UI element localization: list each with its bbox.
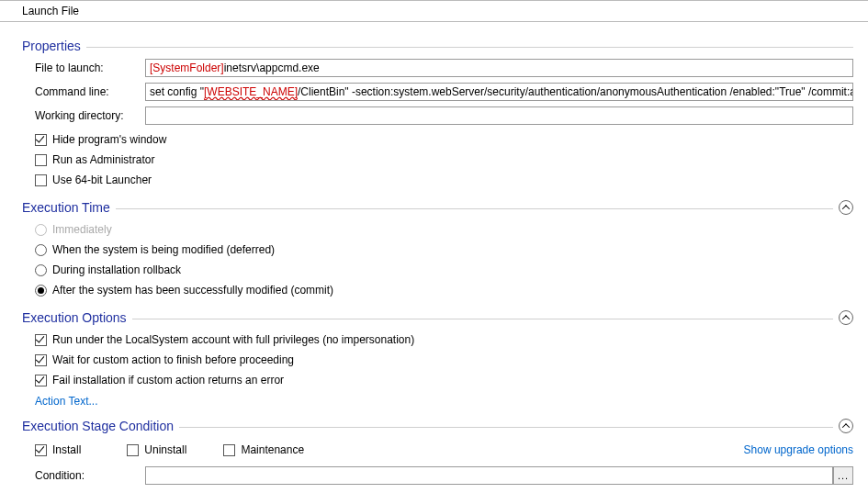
section-label: Execution Options [22,310,127,325]
uninstall-label: Uninstall [144,443,186,456]
cmd-input[interactable]: set config "[WEBSITE_NAME]/ClientBin" -s… [145,83,853,101]
wd-input[interactable] [145,106,853,125]
rollback-label: During installation rollback [52,263,181,276]
commit-label: After the system has been successfully m… [52,284,333,297]
show-upgrade-link[interactable]: Show upgrade options [744,443,853,456]
condition-input[interactable] [145,466,833,485]
row-commit[interactable]: After the system has been successfully m… [35,281,853,299]
section-label: Properties [22,39,81,53]
section-stage-condition: Execution Stage Condition [22,419,853,433]
page-title: Launch File [22,5,79,17]
run-admin-checkbox[interactable] [35,154,47,166]
row-condition: Condition: ... [35,466,853,485]
section-rule [132,319,833,319]
row-immediate: Immediately [35,220,853,239]
row-working-directory: Working directory: [35,106,853,125]
hide-window-label: Hide program's window [52,133,166,146]
fail-label: Fail installation if custom action retur… [52,374,284,386]
cmd-token: [WEBSITE_NAME] [204,85,298,98]
install-group[interactable]: Install [35,441,81,459]
run-admin-label: Run as Administrator [52,153,154,166]
x64-checkbox[interactable] [35,174,47,186]
localsystem-label: Run under the LocalSystem account with f… [52,333,414,346]
row-deferred[interactable]: When the system is being modified (defer… [35,241,853,259]
deferred-radio[interactable] [35,244,47,256]
section-label: Execution Time [22,200,110,215]
section-properties: Properties [22,39,853,53]
wait-checkbox[interactable] [35,354,47,366]
condition-label: Condition: [35,469,145,482]
cmd-post: /ClientBin" -section:system.webServer/se… [298,85,853,98]
condition-browse-button[interactable]: ... [833,466,853,485]
row-run-admin[interactable]: Run as Administrator [35,151,853,169]
page-header: Launch File [0,0,868,22]
maintenance-label: Maintenance [241,443,304,456]
row-stage-checks: Install Uninstall Maintenance Show upgra… [35,439,853,461]
hide-window-checkbox[interactable] [35,134,47,146]
section-rule [86,47,853,48]
collapse-icon[interactable] [839,419,853,433]
immediate-label: Immediately [52,223,112,236]
maintenance-group[interactable]: Maintenance [223,441,304,459]
section-rule [116,208,833,209]
form-container: Properties File to launch: [SystemFolder… [0,22,868,499]
rollback-radio[interactable] [35,264,47,276]
row-file-to-launch: File to launch: [SystemFolder]inetsrv\ap… [35,59,853,77]
fail-checkbox[interactable] [35,375,47,386]
section-exec-time: Execution Time [22,200,853,215]
row-rollback[interactable]: During installation rollback [35,261,853,279]
section-rule [179,427,833,428]
maintenance-checkbox[interactable] [223,444,235,456]
section-exec-options: Execution Options [22,310,853,325]
section-label: Execution Stage Condition [22,419,174,433]
row-64bit[interactable]: Use 64-bit Launcher [35,171,853,189]
file-label: File to launch: [35,62,145,74]
collapse-icon[interactable] [839,310,853,325]
collapse-icon[interactable] [839,200,853,215]
file-token: [SystemFolder] [150,62,224,74]
install-label: Install [52,443,81,456]
install-checkbox[interactable] [35,444,47,456]
row-command-line: Command line: set config "[WEBSITE_NAME]… [35,83,853,101]
cmd-label: Command line: [35,85,145,98]
row-localsystem[interactable]: Run under the LocalSystem account with f… [35,330,853,349]
x64-label: Use 64-bit Launcher [52,174,152,186]
localsystem-checkbox[interactable] [35,334,47,346]
action-text-link[interactable]: Action Text... [35,395,97,408]
wd-label: Working directory: [35,109,145,122]
file-input[interactable]: [SystemFolder]inetsrv\appcmd.exe [145,59,853,77]
wait-label: Wait for custom action to finish before … [52,353,294,366]
row-wait[interactable]: Wait for custom action to finish before … [35,351,853,369]
immediate-radio [35,224,47,236]
uninstall-group[interactable]: Uninstall [127,441,186,459]
row-fail[interactable]: Fail installation if custom action retur… [35,371,853,389]
cmd-pre: set config " [150,85,204,98]
row-hide-window[interactable]: Hide program's window [35,130,853,149]
commit-radio[interactable] [35,285,47,297]
file-rest: inetsrv\appcmd.exe [224,62,320,74]
deferred-label: When the system is being modified (defer… [52,243,275,256]
uninstall-checkbox[interactable] [127,444,139,456]
